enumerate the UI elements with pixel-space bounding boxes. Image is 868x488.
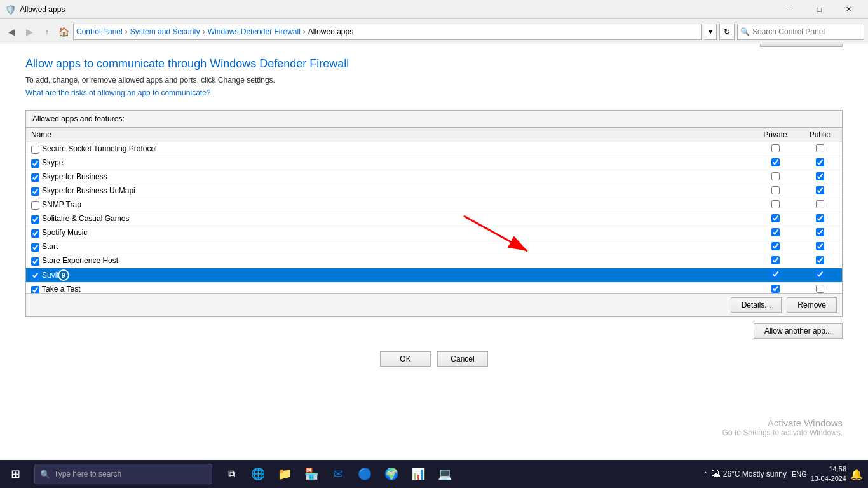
- store-button[interactable]: 🏪: [299, 460, 324, 488]
- ok-button[interactable]: OK: [380, 351, 431, 367]
- app-checkbox[interactable]: [31, 257, 39, 266]
- home-icon: 🏠: [58, 27, 69, 37]
- app-checkbox[interactable]: [31, 243, 39, 252]
- restore-button[interactable]: □: [804, 0, 834, 19]
- chrome-button[interactable]: 🔵: [352, 460, 377, 488]
- app-checkbox[interactable]: [31, 173, 39, 182]
- task-view-icon: ⧉: [228, 468, 235, 480]
- ms-button[interactable]: 💻: [432, 460, 458, 488]
- app-name: Spotify Music: [42, 228, 87, 237]
- edge-button[interactable]: 🌐: [245, 460, 271, 488]
- forward-button[interactable]: ▶: [22, 24, 37, 39]
- private-cell: [753, 240, 797, 254]
- public-cell: [797, 268, 842, 283]
- app-name-cell: Secure Socket Tunneling Protocol: [26, 142, 753, 156]
- breadcrumb-dropdown-button[interactable]: ▾: [704, 24, 717, 40]
- app-name: Store Experience Host: [42, 256, 118, 265]
- app-name: Take a Test: [42, 285, 80, 293]
- private-checkbox[interactable]: [771, 256, 780, 264]
- app-name-cell: Take a Test: [26, 283, 753, 294]
- app-name: Solitaire & Casual Games: [42, 214, 129, 223]
- close-button[interactable]: ✕: [834, 0, 863, 19]
- public-checkbox[interactable]: [816, 228, 824, 236]
- cancel-button[interactable]: Cancel: [437, 351, 488, 367]
- activate-watermark: Activate Windows Go to Settings to activ…: [722, 417, 843, 437]
- table-scroll-wrapper[interactable]: Name Private Public Secure Socket Tunnel…: [26, 128, 842, 293]
- private-checkbox[interactable]: [771, 285, 780, 293]
- public-checkbox[interactable]: [816, 200, 824, 208]
- table-row[interactable]: Skype for Business UcMapi: [26, 184, 842, 198]
- app-checkbox[interactable]: [31, 187, 39, 196]
- app-checkbox[interactable]: [31, 215, 39, 224]
- file-explorer-button[interactable]: 📁: [272, 460, 297, 488]
- public-checkbox[interactable]: [816, 158, 824, 166]
- private-checkbox[interactable]: [771, 242, 780, 250]
- table-row[interactable]: Secure Socket Tunneling Protocol: [26, 142, 842, 156]
- app-checkbox[interactable]: [31, 271, 39, 280]
- tray-expand-icon[interactable]: ⌃: [703, 471, 708, 478]
- table-row[interactable]: Suvit9: [26, 268, 842, 283]
- table-row[interactable]: Store Experience Host: [26, 254, 842, 268]
- remove-button[interactable]: Remove: [787, 297, 837, 313]
- clock-date: 13-04-2024: [811, 474, 846, 484]
- app-name: Start: [42, 242, 58, 251]
- breadcrumb-system-security[interactable]: System and Security: [130, 27, 200, 36]
- app-checkbox[interactable]: [31, 159, 39, 168]
- task-view-button[interactable]: ⧉: [219, 460, 244, 488]
- public-checkbox[interactable]: [816, 270, 824, 278]
- table-row[interactable]: Skype: [26, 156, 842, 170]
- public-checkbox[interactable]: [816, 214, 824, 222]
- back-button[interactable]: ◀: [4, 24, 19, 39]
- public-checkbox[interactable]: [816, 242, 824, 250]
- notification-icon[interactable]: 🔔: [850, 468, 863, 480]
- start-button[interactable]: ⊞: [0, 460, 31, 488]
- explorer2-button[interactable]: 🌍: [379, 460, 404, 488]
- app-checkbox[interactable]: [31, 229, 39, 238]
- breadcrumb-control-panel[interactable]: Control Panel: [76, 27, 123, 36]
- private-cell: [753, 283, 797, 294]
- taskbar: ⊞ 🔍 Type here to search ⧉ 🌐 📁 🏪 ✉ 🔵 🌍 📊: [0, 460, 868, 488]
- public-checkbox[interactable]: [816, 186, 824, 194]
- public-checkbox[interactable]: [816, 172, 824, 180]
- change-settings-button[interactable]: ⚙ Change settings: [760, 44, 843, 47]
- public-checkbox[interactable]: [816, 256, 824, 264]
- folder-icon: 📁: [278, 467, 292, 481]
- table-row[interactable]: Start: [26, 240, 842, 254]
- search-input[interactable]: [752, 27, 861, 36]
- details-button[interactable]: Details...: [731, 297, 782, 313]
- app-checkbox[interactable]: [31, 146, 39, 154]
- mail-button[interactable]: ✉: [325, 460, 351, 488]
- public-checkbox[interactable]: [816, 285, 824, 293]
- private-checkbox[interactable]: [771, 186, 780, 194]
- taskbar-search[interactable]: 🔍 Type here to search: [34, 464, 212, 484]
- allow-another-app-button[interactable]: Allow another app...: [754, 323, 843, 339]
- address-bar: ◀ ▶ ↑ 🏠 Control Panel › System and Secur…: [0, 19, 868, 44]
- public-checkbox[interactable]: [816, 144, 824, 152]
- app-name: Skype for Business: [42, 172, 107, 181]
- table-row[interactable]: SNMP Trap: [26, 198, 842, 212]
- private-checkbox[interactable]: [771, 214, 780, 222]
- allow-another-row: Allow another app...: [25, 323, 843, 339]
- page-title: Allow apps to communicate through Window…: [25, 57, 843, 71]
- up-button[interactable]: ↑: [39, 24, 55, 39]
- private-checkbox[interactable]: [771, 144, 780, 152]
- refresh-button[interactable]: ↻: [719, 24, 735, 40]
- private-checkbox[interactable]: [771, 200, 780, 208]
- table-row[interactable]: Spotify Music: [26, 226, 842, 240]
- breadcrumb-firewall[interactable]: Windows Defender Firewall: [208, 27, 301, 36]
- private-checkbox[interactable]: [771, 158, 780, 166]
- table-row[interactable]: Solitaire & Casual Games: [26, 212, 842, 226]
- table-row[interactable]: Take a Test: [26, 283, 842, 294]
- risks-link[interactable]: What are the risks of allowing an app to…: [25, 88, 210, 97]
- private-checkbox[interactable]: [771, 172, 780, 180]
- app-checkbox[interactable]: [31, 201, 39, 210]
- bottom-buttons: OK Cancel: [25, 351, 843, 373]
- extra-button[interactable]: 📊: [405, 460, 431, 488]
- private-checkbox[interactable]: [771, 270, 780, 278]
- app-checkbox[interactable]: [31, 286, 39, 293]
- window-icon: 🛡️: [5, 4, 16, 15]
- table-row[interactable]: Skype for Business: [26, 170, 842, 184]
- private-checkbox[interactable]: [771, 228, 780, 236]
- minimize-button[interactable]: ─: [775, 0, 804, 19]
- title-bar-controls: ─ □ ✕: [775, 0, 863, 19]
